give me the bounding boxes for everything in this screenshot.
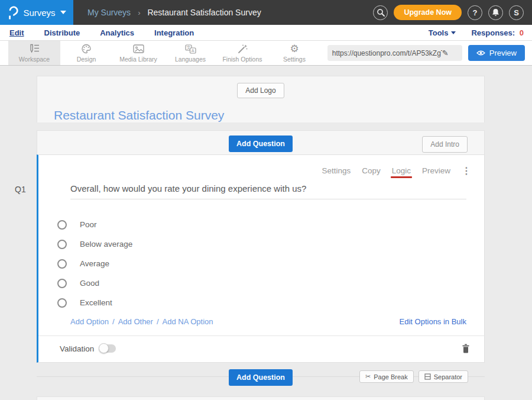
- option-label[interactable]: Below average: [80, 240, 132, 249]
- validation-row: Validation: [38, 336, 484, 362]
- chevron-down-icon: [60, 11, 66, 14]
- add-intro-button[interactable]: Add Intro: [422, 136, 468, 153]
- add-question-button-top[interactable]: Add Question: [229, 136, 293, 152]
- validation-toggle[interactable]: [99, 344, 116, 353]
- product-name: Surveys: [23, 8, 55, 18]
- edit-options-in-bulk-link[interactable]: Edit Options in Bulk: [400, 317, 466, 326]
- tab-distribute[interactable]: Distribute: [44, 28, 80, 37]
- tab-integration[interactable]: Integration: [154, 28, 194, 37]
- toolbar-tab-languages[interactable]: 文 A Languages: [164, 41, 216, 65]
- survey-url-input[interactable]: [332, 49, 442, 57]
- question-menu: Settings Copy Logic Preview ⋮: [322, 165, 471, 176]
- option-row: Good: [57, 273, 484, 293]
- survey-url-box: ✎: [327, 45, 462, 61]
- option-row: Excellent: [57, 293, 484, 312]
- option-label[interactable]: Excellent: [80, 298, 112, 307]
- radio-button[interactable]: [57, 298, 67, 308]
- gear-icon: ⚙: [290, 44, 299, 54]
- add-question-band: Add Question Add Intro: [37, 130, 485, 154]
- tab-edit[interactable]: Edit: [9, 28, 24, 37]
- svg-text:A: A: [191, 49, 194, 53]
- link-separator: /: [112, 317, 115, 326]
- logic-label: Logic: [392, 166, 411, 175]
- toolbar-tab-media-library[interactable]: Media Library: [112, 41, 164, 65]
- option-label[interactable]: Poor: [80, 220, 97, 229]
- upgrade-now-button[interactable]: Upgrade Now: [394, 5, 462, 20]
- notifications-button[interactable]: [488, 5, 503, 20]
- option-label[interactable]: Good: [80, 279, 99, 288]
- survey-title[interactable]: Restaurant Satisfaction Survey: [54, 108, 484, 122]
- question-preview-link[interactable]: Preview: [422, 166, 450, 175]
- toggle-knob: [99, 343, 109, 353]
- tab-analytics[interactable]: Analytics: [100, 28, 134, 37]
- scissors-icon: ✂: [365, 373, 371, 380]
- breadcrumb-my-surveys[interactable]: My Surveys: [87, 8, 131, 17]
- option-row: Average: [57, 254, 484, 273]
- kebab-menu-icon[interactable]: ⋮: [462, 165, 471, 176]
- separator-button[interactable]: Separator: [419, 370, 468, 383]
- option-actions-row: Add Option / Add Other / Add NA Option E…: [70, 317, 466, 326]
- nav-right: Tools Responses: 0: [429, 28, 524, 37]
- trash-icon: [462, 344, 470, 353]
- radio-button[interactable]: [57, 259, 67, 269]
- toolbar-tab-workspace[interactable]: Workspace: [8, 41, 60, 65]
- question-copy-link[interactable]: Copy: [362, 166, 381, 175]
- tools-label: Tools: [429, 28, 449, 37]
- radio-button[interactable]: [57, 220, 67, 230]
- question-number-label: Q1: [15, 185, 26, 194]
- validation-label: Validation: [60, 344, 94, 353]
- toolbar-right: ✎ Preview: [327, 41, 525, 65]
- responses-counter: Responses: 0: [471, 28, 524, 37]
- preview-button[interactable]: Preview: [468, 45, 525, 61]
- tools-dropdown[interactable]: Tools: [429, 28, 456, 37]
- logic-red-underline-annotation: [391, 176, 412, 178]
- radio-button[interactable]: [57, 240, 67, 249]
- add-option-link[interactable]: Add Option: [70, 317, 109, 326]
- responses-count: 0: [520, 28, 524, 37]
- chevron-down-icon: [451, 31, 456, 34]
- toolbar-tab-finish-options[interactable]: Finish Options: [216, 41, 268, 65]
- avatar[interactable]: S: [509, 5, 524, 20]
- help-button[interactable]: ?: [468, 5, 482, 20]
- toolbar-tab-design[interactable]: Design: [60, 41, 112, 65]
- search-icon: [377, 8, 385, 17]
- add-question-button-bottom[interactable]: Add Question: [229, 369, 293, 386]
- edit-url-pencil-icon[interactable]: ✎: [442, 49, 449, 57]
- radio-button[interactable]: [57, 279, 67, 288]
- survey-container: Add Logo Restaurant Satisfaction Survey …: [37, 76, 485, 400]
- editor-toolbar: Workspace Design: [0, 41, 532, 66]
- search-button[interactable]: [373, 5, 388, 20]
- link-separator: /: [157, 317, 159, 326]
- avatar-initial: S: [514, 8, 519, 17]
- add-logo-button[interactable]: Add Logo: [237, 83, 284, 98]
- question-text[interactable]: Overall, how would you rate your dining …: [70, 183, 466, 199]
- add-other-link[interactable]: Add Other: [118, 317, 153, 326]
- question-settings-link[interactable]: Settings: [322, 166, 351, 175]
- separator-icon: [424, 373, 431, 380]
- preview-label: Preview: [489, 49, 517, 57]
- page-break-label: Page Break: [374, 373, 407, 380]
- toolbar-tab-label: Finish Options: [222, 56, 262, 63]
- surveys-product-menu[interactable]: Surveys: [0, 0, 73, 25]
- toolbar-tab-label: Design: [77, 56, 96, 63]
- option-row: Poor: [57, 215, 484, 234]
- delete-question-button[interactable]: [462, 344, 470, 353]
- answer-options-list: Poor Below average Average Good Excellen…: [57, 215, 484, 312]
- bell-icon: [492, 8, 499, 17]
- page-break-button[interactable]: ✂ Page Break: [359, 370, 414, 383]
- toolbar-tab-label: Workspace: [19, 56, 50, 63]
- question-card: Q1 Settings Copy Logic Preview ⋮ Overall…: [37, 154, 485, 363]
- survey-nav-bar: Edit Distribute Analytics Integration To…: [0, 25, 532, 41]
- help-icon: ?: [473, 8, 478, 17]
- questionpro-logo-icon: [7, 5, 18, 20]
- image-icon: [133, 44, 144, 54]
- toolbar-tab-label: Media Library: [119, 56, 157, 63]
- toolbar-tab-settings[interactable]: ⚙ Settings: [268, 41, 320, 65]
- survey-header-section: Add Logo Restaurant Satisfaction Survey: [37, 76, 485, 122]
- header-actions: Upgrade Now ? S: [373, 5, 524, 20]
- add-na-option-link[interactable]: Add NA Option: [163, 317, 213, 326]
- question-logic-link[interactable]: Logic: [392, 166, 411, 175]
- responses-label: Responses:: [471, 28, 515, 37]
- option-row: Below average: [57, 234, 484, 254]
- option-label[interactable]: Average: [80, 259, 109, 268]
